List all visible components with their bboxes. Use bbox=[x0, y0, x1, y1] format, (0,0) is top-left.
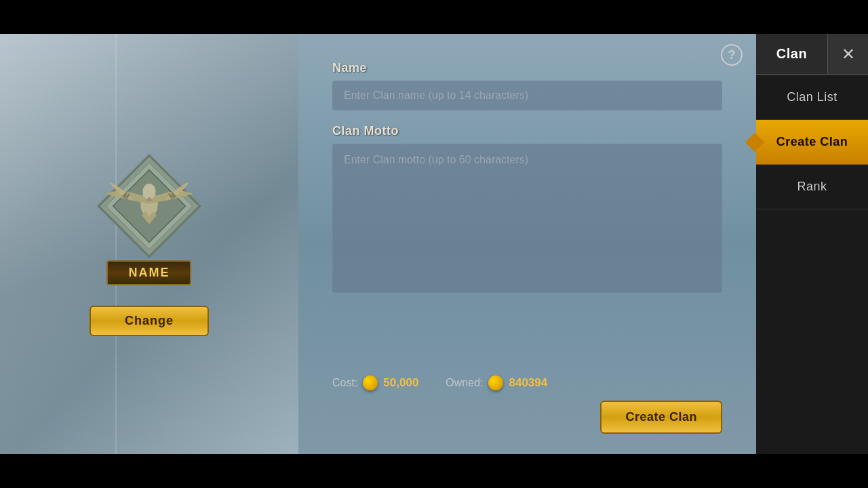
clan-badge-container: NAME Change bbox=[90, 152, 209, 336]
owned-coin-icon bbox=[488, 375, 503, 390]
name-input[interactable] bbox=[332, 81, 722, 110]
game-area: NAME Change ? Name Clan Motto Cost: 50,0… bbox=[0, 34, 868, 454]
main-content: ? Name Clan Motto Cost: 50,000 Owned: 8 bbox=[298, 34, 756, 454]
bottom-bar-outer bbox=[0, 454, 868, 488]
sidebar-header: Clan ✕ bbox=[756, 34, 868, 75]
top-bar bbox=[0, 0, 868, 34]
owned-label: Owned: bbox=[446, 377, 483, 389]
cost-item: Cost: 50,000 bbox=[332, 375, 418, 390]
sidebar-item-create-clan-wrapper: Create Clan bbox=[756, 120, 868, 165]
sidebar-item-create-clan[interactable]: Create Clan bbox=[756, 120, 868, 165]
motto-label: Clan Motto bbox=[332, 124, 722, 138]
cost-value: 50,000 bbox=[383, 376, 418, 390]
owned-value: 840394 bbox=[509, 376, 547, 390]
sidebar-item-clan-list[interactable]: Clan List bbox=[756, 75, 868, 120]
cost-label: Cost: bbox=[332, 377, 357, 389]
name-section: Name bbox=[332, 61, 722, 110]
create-clan-button[interactable]: Create Clan bbox=[600, 401, 722, 434]
left-panel: NAME Change bbox=[0, 34, 298, 454]
right-sidebar: Clan ✕ Clan List Create Clan Rank bbox=[756, 34, 868, 454]
cost-row: Cost: 50,000 Owned: 840394 bbox=[332, 375, 722, 390]
screen: NAME Change ? Name Clan Motto Cost: 50,0… bbox=[0, 0, 868, 488]
bottom-bar: Create Clan bbox=[332, 401, 722, 434]
help-icon[interactable]: ? bbox=[721, 44, 743, 66]
motto-section: Clan Motto bbox=[332, 124, 722, 363]
sidebar-item-rank[interactable]: Rank bbox=[756, 165, 868, 209]
clan-tab[interactable]: Clan bbox=[756, 34, 827, 74]
name-label: Name bbox=[332, 61, 722, 75]
coin-icon bbox=[363, 375, 378, 390]
close-button[interactable]: ✕ bbox=[827, 34, 868, 74]
clan-badge bbox=[95, 152, 203, 260]
clan-name-plate: NAME bbox=[106, 260, 191, 285]
badge-svg bbox=[95, 152, 203, 260]
motto-textarea[interactable] bbox=[332, 144, 722, 293]
change-button[interactable]: Change bbox=[90, 306, 209, 336]
owned-item: Owned: 840394 bbox=[446, 375, 547, 390]
